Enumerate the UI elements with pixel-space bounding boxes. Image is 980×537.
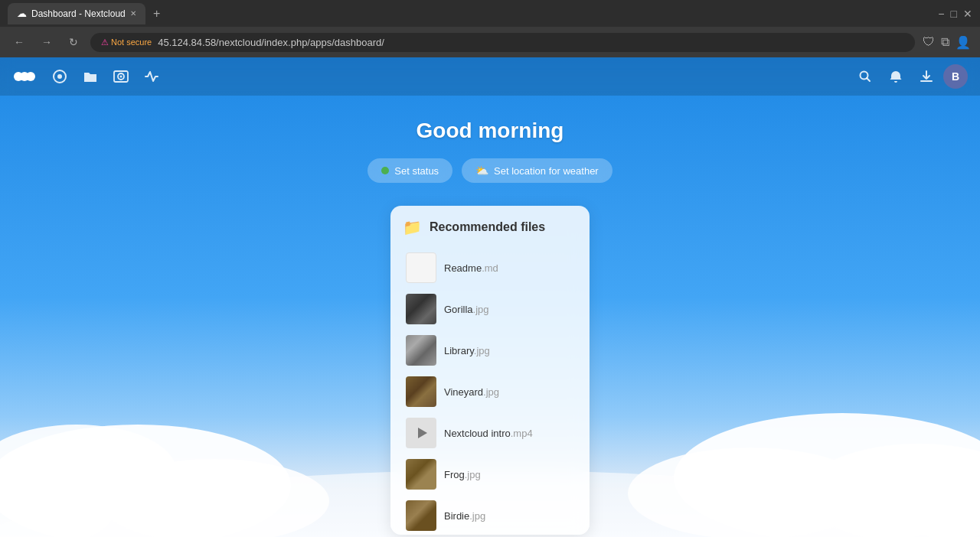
file-item[interactable]: Nextcloud intro.mp4 (403, 412, 577, 454)
weather-icon: ⛅ (475, 164, 488, 177)
tab-favicon: ☁ (17, 8, 27, 19)
top-navigation: B (0, 57, 980, 96)
url-text: 45.124.84.58/nextcloud/index.php/apps/da… (158, 37, 384, 48)
url-bar[interactable]: ⚠ Not secure 45.124.84.58/nextcloud/inde… (90, 33, 915, 52)
browser-window-controls: − □ ✕ (938, 8, 972, 20)
user-avatar[interactable]: B (943, 64, 968, 89)
file-name: Gorilla.jpg (444, 304, 489, 315)
nextcloud-logo-icon (12, 64, 37, 89)
file-ext: .jpg (465, 469, 481, 480)
reload-button[interactable]: ↻ (64, 34, 83, 50)
set-weather-button[interactable]: ⛅ Set location for weather (462, 158, 612, 183)
svg-point-13 (20, 72, 29, 81)
files-card-title: Recommended files (430, 220, 545, 234)
file-ext: .mp4 (511, 428, 533, 439)
greeting-text: Good morning (416, 119, 564, 143)
play-icon (418, 428, 427, 438)
set-status-label: Set status (394, 165, 439, 177)
file-thumbnail (406, 294, 436, 324)
tab-close-button[interactable]: ✕ (130, 9, 136, 18)
file-ext: .jpg (473, 304, 489, 315)
file-ext: .md (482, 262, 498, 274)
minimize-button[interactable]: − (938, 8, 944, 20)
file-ext: .jpg (469, 510, 485, 522)
status-indicator (381, 167, 389, 174)
dashboard-main: Good morning Set status ⛅ Set location f… (0, 96, 980, 537)
folder-icon: 📁 (403, 218, 422, 236)
nc-logo[interactable] (12, 64, 37, 89)
set-weather-label: Set location for weather (494, 165, 599, 177)
profile-icon[interactable]: 👤 (956, 35, 971, 50)
nextcloud-app: B Good morning Set status ⛅ Set location… (0, 57, 980, 537)
nav-files-icon[interactable] (77, 63, 104, 90)
nav-right-actions: B (851, 63, 968, 90)
nav-status-icon[interactable] (46, 63, 74, 90)
nav-photos-icon[interactable] (107, 63, 135, 90)
file-name: Library.jpg (444, 345, 490, 356)
file-item[interactable]: Gorilla.jpg (403, 288, 577, 330)
file-ext: .jpg (474, 345, 490, 356)
close-button[interactable]: ✕ (963, 8, 972, 20)
file-item[interactable]: Library.jpg (403, 330, 577, 371)
file-thumbnail (406, 459, 436, 490)
new-tab-button[interactable]: + (149, 7, 165, 21)
svg-point-18 (120, 76, 122, 78)
warning-icon: ⚠ (101, 37, 109, 47)
file-item[interactable]: Birdie.jpg (403, 495, 577, 535)
status-buttons-row: Set status ⛅ Set location for weather (368, 158, 612, 183)
maximize-button[interactable]: □ (951, 8, 957, 20)
file-thumbnail (406, 418, 436, 448)
notifications-button[interactable] (882, 63, 910, 90)
browser-chrome: ☁ Dashboard - Nextcloud ✕ + − □ ✕ (0, 0, 980, 27)
forward-button[interactable]: → (37, 34, 57, 50)
svg-point-15 (57, 74, 62, 79)
file-thumbnail (406, 252, 436, 283)
toolbar-actions: 🛡 ⧉ 👤 (923, 35, 971, 50)
not-secure-label: Not secure (111, 37, 152, 47)
shield-icon: 🛡 (923, 35, 935, 49)
search-button[interactable] (851, 63, 879, 90)
file-name: Vineyard.jpg (444, 386, 499, 398)
files-card-header: 📁 Recommended files (403, 218, 577, 236)
file-item[interactable]: Vineyard.jpg (403, 371, 577, 412)
security-indicator: ⚠ Not secure (101, 37, 152, 47)
file-name: Birdie.jpg (444, 510, 485, 522)
file-item[interactable]: Frog.jpg (403, 454, 577, 495)
recommended-files-card: 📁 Recommended files Readme.md Gorilla.jp… (390, 206, 590, 535)
file-thumbnail (406, 335, 436, 366)
file-thumbnail (406, 500, 436, 531)
active-tab[interactable]: ☁ Dashboard - Nextcloud ✕ (8, 3, 145, 24)
tab-title: Dashboard - Nextcloud (31, 8, 126, 19)
file-item[interactable]: Readme.md (403, 247, 577, 288)
file-name: Readme.md (444, 262, 498, 274)
address-bar: ← → ↻ ⚠ Not secure 45.124.84.58/nextclou… (0, 27, 980, 57)
file-name: Nextcloud intro.mp4 (444, 428, 533, 439)
downloads-button[interactable] (913, 63, 940, 90)
file-ext: .jpg (483, 386, 499, 398)
nav-activity-icon[interactable] (138, 63, 165, 90)
sidebar-toggle-icon[interactable]: ⧉ (941, 35, 949, 49)
file-name: Frog.jpg (444, 469, 481, 480)
file-list: Readme.md Gorilla.jpg Library.jpg Vineya… (403, 247, 577, 535)
set-status-button[interactable]: Set status (368, 158, 452, 183)
tab-bar: ☁ Dashboard - Nextcloud ✕ + (8, 3, 932, 24)
back-button[interactable]: ← (9, 34, 29, 50)
file-thumbnail (406, 376, 436, 407)
